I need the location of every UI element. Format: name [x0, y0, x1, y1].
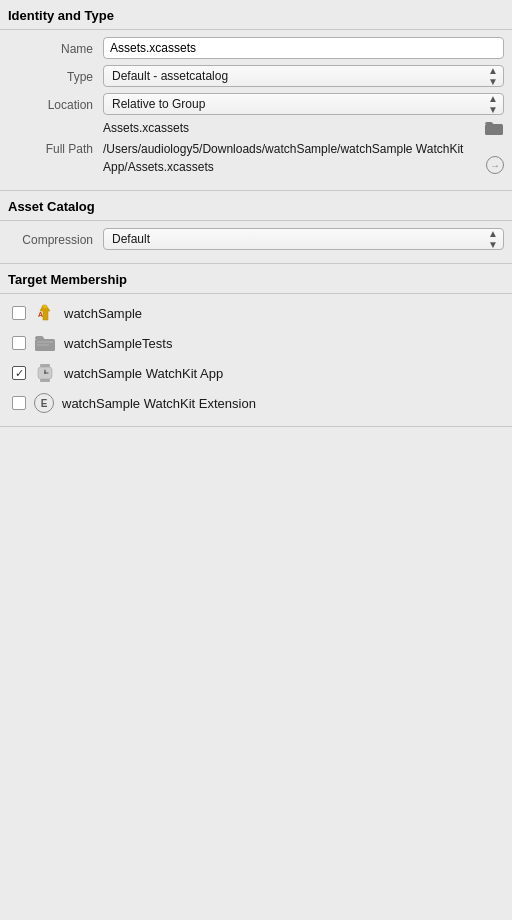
location-row: Location Relative to Group Absolute Path… — [0, 90, 512, 118]
type-value-container: Default - assetcatalog Source Code Resou… — [103, 65, 504, 87]
full-path-row: Full Path /Users/audiology5/Downloads/wa… — [0, 138, 512, 180]
watchkitapp-label: watchSample WatchKit App — [64, 366, 223, 381]
bottom-spacer — [0, 427, 512, 627]
folder-small-icon — [34, 332, 56, 354]
watchkit-extension-icon: E — [34, 393, 54, 413]
svg-point-12 — [44, 372, 46, 374]
watchsampletests-checkbox[interactable] — [12, 336, 26, 350]
extension-letter: E — [41, 398, 48, 409]
asset-catalog-header: Asset Catalog — [0, 191, 512, 220]
watchsample-checkbox[interactable] — [12, 306, 26, 320]
name-row: Name — [0, 34, 512, 62]
name-label: Name — [8, 40, 93, 56]
target-membership-list: A watchSample watchSampleTests — [0, 294, 512, 426]
checkmark-icon: ✓ — [15, 368, 24, 379]
compression-select-wrapper: Default Lossless Lossy ▲ ▼ — [103, 228, 504, 250]
file-name-text: Assets.xcassets — [103, 121, 189, 135]
name-input[interactable] — [103, 37, 504, 59]
watchkitext-checkbox[interactable] — [12, 396, 26, 410]
asset-catalog-section: Asset Catalog Compression Default Lossle… — [0, 191, 512, 264]
watchkit-app-icon — [34, 362, 56, 384]
reveal-in-finder-button[interactable]: → — [486, 156, 504, 174]
watchsampletests-label: watchSampleTests — [64, 336, 172, 351]
watchkitext-label: watchSample WatchKit Extension — [62, 396, 256, 411]
watchkitapp-checkbox[interactable]: ✓ — [12, 366, 26, 380]
list-item: A watchSample — [0, 298, 512, 328]
folder-icon[interactable] — [484, 120, 504, 136]
compression-label: Compression — [8, 231, 93, 247]
location-select[interactable]: Relative to Group Absolute Path Relative… — [103, 93, 504, 115]
full-path-text: /Users/audiology5/Downloads/watchSample/… — [103, 140, 482, 176]
svg-rect-0 — [485, 124, 503, 135]
compression-select[interactable]: Default Lossless Lossy — [103, 228, 504, 250]
identity-form: Name Type Default - assetcatalog Source … — [0, 30, 512, 190]
location-label: Location — [8, 96, 93, 112]
arrow-icon: → — [490, 160, 500, 171]
list-item: watchSampleTests — [0, 328, 512, 358]
full-path-label: Full Path — [8, 140, 93, 156]
type-select[interactable]: Default - assetcatalog Source Code Resou… — [103, 65, 504, 87]
identity-and-type-section: Identity and Type Name Type Default - as… — [0, 0, 512, 191]
target-membership-header: Target Membership — [0, 264, 512, 293]
location-value-container: Relative to Group Absolute Path Relative… — [103, 93, 504, 115]
type-row: Type Default - assetcatalog Source Code … — [0, 62, 512, 90]
file-name-row: Assets.xcassets — [0, 118, 512, 138]
target-membership-section: Target Membership A watchSample — [0, 264, 512, 427]
list-item: E watchSample WatchKit Extension — [0, 388, 512, 418]
hammer-icon: A — [34, 302, 56, 324]
svg-text:A: A — [38, 311, 43, 318]
file-icon-value: Assets.xcassets — [103, 120, 504, 136]
watchsample-label: watchSample — [64, 306, 142, 321]
identity-section-header: Identity and Type — [0, 0, 512, 29]
location-select-wrapper: Relative to Group Absolute Path Relative… — [103, 93, 504, 115]
svg-rect-8 — [40, 379, 50, 382]
svg-rect-7 — [40, 364, 50, 367]
asset-catalog-form: Compression Default Lossless Lossy ▲ ▼ — [0, 221, 512, 263]
type-label: Type — [8, 68, 93, 84]
list-item: ✓ watchSample WatchKit App — [0, 358, 512, 388]
full-path-value: /Users/audiology5/Downloads/watchSample/… — [103, 140, 504, 176]
compression-row: Compression Default Lossless Lossy ▲ ▼ — [0, 225, 512, 253]
name-value-container — [103, 37, 504, 59]
type-select-wrapper: Default - assetcatalog Source Code Resou… — [103, 65, 504, 87]
compression-value-container: Default Lossless Lossy ▲ ▼ — [103, 228, 504, 250]
